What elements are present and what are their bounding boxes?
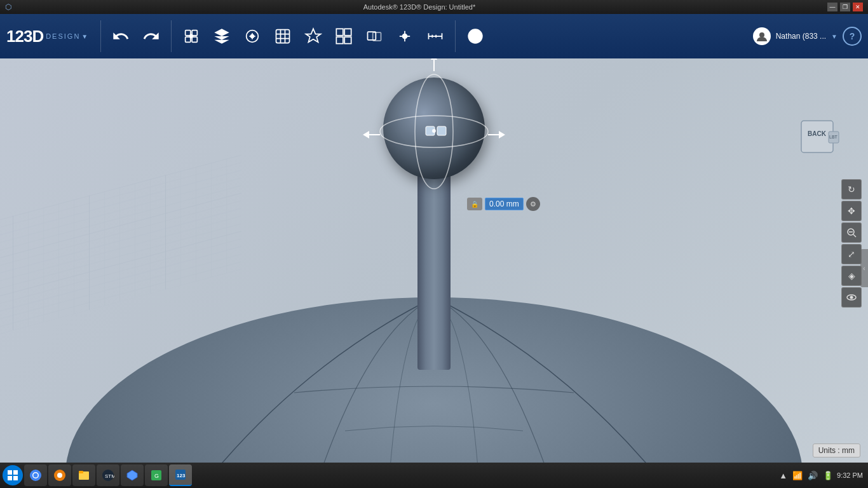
sphere-mesh[interactable] bbox=[383, 78, 485, 179]
measure-button[interactable] bbox=[422, 20, 449, 53]
svg-marker-54 bbox=[127, 470, 137, 480]
snap-to-grid-icon[interactable]: ⚙ bbox=[526, 197, 540, 211]
help-button[interactable]: ? bbox=[843, 27, 862, 46]
taskbar: STM G 123 ▲ 📶 🔊 🔋 9:32 PM bbox=[0, 463, 868, 488]
sep2 bbox=[171, 20, 172, 52]
taskbar-app6[interactable]: G bbox=[145, 464, 168, 486]
svg-rect-0 bbox=[186, 30, 191, 36]
minimize-button[interactable]: — bbox=[827, 3, 837, 11]
svg-rect-2 bbox=[186, 37, 191, 42]
transform-button[interactable] bbox=[178, 20, 205, 53]
svg-point-49 bbox=[57, 473, 62, 478]
dimension-input[interactable]: 0.00 mm bbox=[485, 198, 524, 210]
app-icon: ⬡ bbox=[5, 3, 11, 11]
svg-point-40 bbox=[850, 296, 853, 299]
battery-icon: 🔋 bbox=[822, 471, 834, 480]
svg-rect-9 bbox=[344, 29, 351, 36]
svg-rect-44 bbox=[13, 476, 18, 480]
undo-button[interactable] bbox=[107, 20, 134, 53]
network-icon: ▲ bbox=[778, 471, 789, 480]
titlebar: ⬡ Autodesk® 123D® Design: Untitled* — ❐ … bbox=[0, 0, 868, 14]
camera-controls: ↻ ✥ ⤢ ◈ bbox=[841, 179, 862, 308]
svg-rect-43 bbox=[8, 476, 12, 480]
logo-design: DESIGN bbox=[46, 32, 80, 40]
logo-dropdown-arrow[interactable]: ▼ bbox=[81, 33, 88, 40]
taskbar-blender[interactable] bbox=[48, 464, 71, 486]
construct-button[interactable] bbox=[269, 20, 296, 53]
panel-collapse-handle[interactable]: ‹ bbox=[860, 249, 868, 287]
svg-point-15 bbox=[468, 29, 483, 43]
svg-text:123: 123 bbox=[177, 473, 186, 478]
user-dropdown-icon[interactable]: ▼ bbox=[831, 33, 837, 40]
window-controls: — ❐ ✕ bbox=[827, 3, 863, 11]
perspective-button[interactable]: ◈ bbox=[841, 266, 862, 286]
svg-rect-41 bbox=[8, 470, 12, 475]
svg-text:BACK: BACK bbox=[808, 130, 827, 137]
sketch-button[interactable] bbox=[239, 20, 266, 53]
svg-point-6 bbox=[251, 35, 254, 38]
sep3 bbox=[455, 20, 456, 52]
fit-button[interactable]: ⤢ bbox=[841, 244, 862, 264]
taskbar-files[interactable] bbox=[72, 464, 95, 486]
user-area: Nathan (833 ... ▼ ? bbox=[753, 27, 862, 46]
taskbar-chrome[interactable] bbox=[24, 464, 47, 486]
view-cube[interactable]: BACK LBT bbox=[792, 116, 843, 166]
svg-rect-42 bbox=[13, 470, 18, 475]
svg-text:STM: STM bbox=[105, 473, 114, 479]
combine-button[interactable] bbox=[361, 20, 388, 53]
volume-icon: 🔊 bbox=[806, 471, 819, 480]
system-clock: 9:32 PM bbox=[837, 471, 865, 479]
svg-rect-11 bbox=[344, 37, 351, 43]
app-logo: 123D DESIGN ▼ bbox=[6, 27, 88, 46]
svg-rect-10 bbox=[337, 37, 344, 43]
user-name[interactable]: Nathan (833 ... bbox=[776, 32, 826, 41]
svg-point-16 bbox=[759, 32, 764, 37]
svg-rect-7 bbox=[276, 30, 290, 43]
svg-rect-3 bbox=[192, 37, 197, 42]
svg-rect-1 bbox=[192, 30, 197, 36]
modify-button[interactable] bbox=[300, 20, 327, 53]
svg-line-37 bbox=[853, 234, 856, 237]
logo-123d: 123D bbox=[6, 27, 43, 46]
sep1 bbox=[100, 20, 101, 52]
sphere-object[interactable] bbox=[383, 78, 485, 179]
close-button[interactable]: ✕ bbox=[853, 3, 863, 11]
start-button[interactable] bbox=[3, 465, 23, 485]
svg-text:G: G bbox=[154, 473, 159, 479]
snap-button[interactable] bbox=[391, 20, 418, 53]
system-tray: ▲ 📶 🔊 🔋 9:32 PM bbox=[778, 471, 865, 480]
zoom-button[interactable] bbox=[841, 222, 862, 243]
svg-rect-8 bbox=[337, 29, 344, 36]
window-title: Autodesk® 123D® Design: Untitled* bbox=[11, 3, 827, 11]
svg-point-47 bbox=[34, 473, 38, 478]
main-toolbar: 123D DESIGN ▼ bbox=[0, 14, 868, 58]
redo-button[interactable] bbox=[138, 20, 165, 53]
svg-point-14 bbox=[403, 34, 407, 39]
3d-viewport[interactable]: 🔒 0.00 mm ⚙ BACK LBT ↻ ✥ ⤢ ◈ ‹ Units : m… bbox=[0, 58, 868, 463]
shapes-button[interactable] bbox=[208, 20, 235, 53]
svg-point-4 bbox=[190, 35, 193, 38]
signal-icon: 📶 bbox=[791, 471, 804, 480]
visibility-button[interactable] bbox=[841, 287, 862, 308]
pattern-button[interactable] bbox=[330, 20, 357, 53]
taskbar-app5[interactable] bbox=[121, 464, 144, 486]
maximize-button[interactable]: ❐ bbox=[840, 3, 850, 11]
value-input-overlay: 🔒 0.00 mm ⚙ bbox=[467, 197, 540, 211]
svg-text:LBT: LBT bbox=[829, 135, 838, 139]
svg-rect-51 bbox=[79, 471, 83, 473]
material-button[interactable] bbox=[462, 20, 489, 53]
units-badge: Units : mm bbox=[813, 444, 860, 458]
user-avatar bbox=[753, 27, 771, 45]
pan-button[interactable]: ✥ bbox=[841, 201, 862, 221]
taskbar-steam[interactable]: STM bbox=[97, 464, 119, 486]
lock-icon: 🔒 bbox=[467, 198, 482, 210]
taskbar-123d[interactable]: 123 bbox=[169, 464, 192, 486]
orbit-button[interactable]: ↻ bbox=[841, 179, 862, 200]
